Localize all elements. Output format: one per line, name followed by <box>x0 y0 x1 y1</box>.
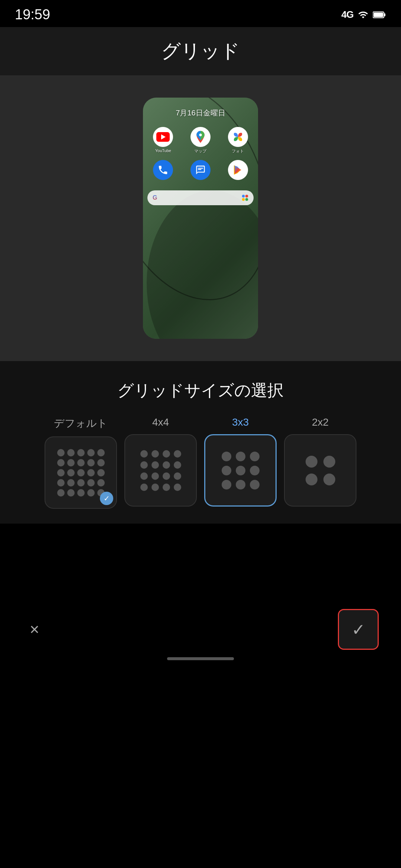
dot <box>67 469 75 476</box>
svg-point-6 <box>242 195 245 198</box>
dot <box>87 459 95 466</box>
svg-point-3 <box>199 134 202 136</box>
app-grid: YouTube マップ <box>147 127 254 180</box>
playstore-svg <box>231 163 245 177</box>
dot <box>140 461 148 469</box>
search-bar: G <box>147 190 254 205</box>
phone-mockup: 7月16日金曜日 YouTube <box>143 98 258 339</box>
photos-icon <box>228 127 248 147</box>
bottom-bar: × ✓ <box>0 598 401 650</box>
dot <box>57 489 65 497</box>
dot <box>87 449 95 456</box>
status-time: 19:59 <box>15 7 50 23</box>
dot <box>97 449 105 456</box>
dot <box>77 489 85 497</box>
dot <box>163 484 170 491</box>
youtube-label: YouTube <box>155 148 171 153</box>
app-icon-photos: フォト <box>222 127 254 154</box>
dot <box>163 450 170 458</box>
dot <box>174 461 181 469</box>
dot <box>97 459 105 466</box>
grid-option-4x4[interactable]: 4x4 <box>124 416 197 509</box>
battery-icon <box>373 11 386 19</box>
phone-svg <box>157 164 169 176</box>
grid-option-3x3[interactable]: 3x3 <box>204 416 277 509</box>
messages-svg <box>195 165 206 175</box>
dot <box>306 474 317 485</box>
grid-option-4x4-label: 4x4 <box>152 416 169 428</box>
confirm-button[interactable]: ✓ <box>338 609 379 650</box>
dot <box>250 452 260 461</box>
svg-point-9 <box>245 198 248 201</box>
grid-dots-2x2 <box>300 450 341 491</box>
google-g: G <box>153 194 157 201</box>
photos-label: フォト <box>232 148 244 154</box>
status-bar: 19:59 4G <box>0 0 401 27</box>
dot <box>140 450 148 458</box>
dot <box>151 461 159 469</box>
dot <box>222 452 231 461</box>
maps-icon <box>190 127 211 147</box>
grid-option-default-label: デフォルト <box>54 416 108 430</box>
dot <box>323 456 335 468</box>
dot <box>250 466 260 475</box>
dot <box>323 474 335 485</box>
dot <box>57 469 65 476</box>
grid-option-2x2[interactable]: 2x2 <box>284 416 356 509</box>
grid-option-default[interactable]: デフォルト ✓ <box>45 416 117 509</box>
phone-date: 7月16日金曜日 <box>147 108 254 118</box>
home-indicator <box>0 650 401 671</box>
app-icon-phone <box>147 160 179 180</box>
maps-label: マップ <box>194 148 206 154</box>
dot <box>87 489 95 497</box>
bottom-spacer <box>0 524 401 598</box>
grid-box-2x2[interactable] <box>284 434 356 507</box>
phone-content: 7月16日金曜日 YouTube <box>143 98 258 339</box>
youtube-play <box>161 134 166 140</box>
dot <box>97 469 105 476</box>
grid-options: デフォルト ✓ 4x4 <box>15 416 386 509</box>
grid-dots-3x3 <box>216 446 265 495</box>
dot <box>306 456 317 468</box>
dot <box>77 459 85 466</box>
dot <box>87 469 95 476</box>
dot <box>174 472 181 480</box>
grid-box-default[interactable]: ✓ <box>45 436 117 509</box>
dot <box>97 479 105 487</box>
playstore-icon <box>228 160 248 180</box>
network-label: 4G <box>341 9 353 20</box>
dot <box>151 484 159 491</box>
cancel-button[interactable]: × <box>22 613 47 646</box>
dot <box>236 452 245 461</box>
dot <box>174 450 181 458</box>
dot <box>77 449 85 456</box>
dot <box>57 449 65 456</box>
google-mic-icon <box>242 194 248 201</box>
default-check-badge: ✓ <box>100 492 113 505</box>
dot <box>163 461 170 469</box>
svg-point-7 <box>245 195 248 198</box>
grid-dots-4x4 <box>134 444 187 497</box>
svg-rect-4 <box>198 168 203 168</box>
dot <box>67 449 75 456</box>
messages-icon <box>190 160 211 180</box>
dot <box>236 480 245 489</box>
grid-section-title: グリッドサイズの選択 <box>15 380 386 402</box>
grid-section: グリッドサイズの選択 デフォルト ✓ 4x4 <box>0 361 401 524</box>
dot <box>236 466 245 475</box>
grid-box-3x3[interactable] <box>204 434 277 507</box>
status-icons: 4G <box>341 9 386 20</box>
dot <box>67 459 75 466</box>
phone-icon <box>153 160 173 180</box>
svg-point-8 <box>242 198 245 201</box>
header: グリッド <box>0 27 401 75</box>
dot <box>222 466 231 475</box>
dot <box>57 479 65 487</box>
grid-box-4x4[interactable] <box>124 434 197 507</box>
app-icon-maps: マップ <box>185 127 216 154</box>
youtube-logo <box>156 132 170 142</box>
dot <box>174 484 181 491</box>
photos-svg <box>231 130 245 144</box>
preview-area: 7月16日金曜日 YouTube <box>0 75 401 361</box>
dot <box>87 479 95 487</box>
